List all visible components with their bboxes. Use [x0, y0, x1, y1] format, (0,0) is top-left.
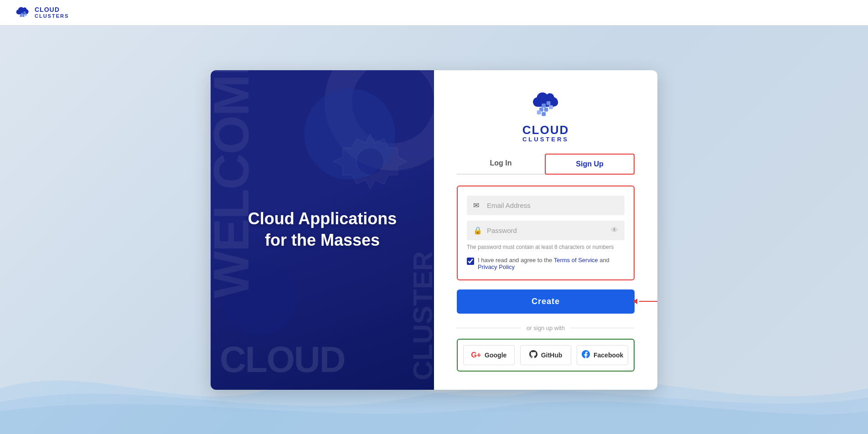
left-panel: WELCOME CLOUD CLUSTER Cloud Applications…: [211, 70, 434, 390]
or-divider: or sign up with: [457, 325, 635, 331]
logo-cloud-icon: [527, 88, 564, 120]
create-button-wrapper: Create: [457, 289, 635, 314]
navbar-cloud-icon: [15, 5, 31, 21]
arrow-line: [639, 301, 657, 302]
google-label: Google: [485, 351, 506, 359]
right-panel: CLOUD CLUSTERS Log In Sign Up ✉ 🔒: [434, 70, 657, 390]
arrow-indicator: [633, 299, 657, 304]
or-text: or sign up with: [527, 325, 565, 331]
divider-line-left: [457, 328, 521, 328]
navbar-brand-clusters: CLUSTERS: [35, 13, 69, 19]
svg-rect-11: [537, 110, 541, 114]
svg-rect-1: [24, 11, 26, 14]
lock-icon: 🔒: [473, 226, 482, 235]
main-content: WELCOME CLOUD CLUSTER Cloud Applications…: [0, 26, 868, 434]
social-buttons: G+ Google GitHub: [457, 339, 635, 372]
arrow-head: [633, 299, 637, 304]
svg-rect-7: [547, 101, 551, 105]
navbar-brand-cloud: CLOUD: [35, 6, 69, 13]
github-icon: [529, 350, 537, 360]
logo-text-cloud: CLOUD: [522, 124, 569, 136]
left-panel-title: Cloud Applications for the Masses: [248, 208, 397, 251]
left-panel-content: Cloud Applications for the Masses: [230, 190, 415, 269]
svg-rect-0: [21, 13, 23, 15]
agree-text: I have read and agree to the Terms of Se…: [478, 257, 610, 270]
svg-rect-12: [542, 112, 546, 116]
password-hint: The password must contain at least 8 cha…: [467, 244, 625, 250]
card-container: WELCOME CLOUD CLUSTER Cloud Applications…: [211, 70, 657, 390]
create-button[interactable]: Create: [457, 289, 635, 314]
logo-text-clusters: CLUSTERS: [522, 136, 569, 143]
google-icon: G+: [471, 351, 481, 359]
password-field[interactable]: [487, 227, 606, 234]
agree-checkbox[interactable]: [467, 258, 474, 265]
navbar-logo: CLOUD CLUSTERS: [15, 5, 69, 21]
svg-rect-9: [544, 108, 548, 112]
svg-rect-6: [542, 103, 546, 108]
svg-rect-4: [25, 13, 27, 16]
divider-line-right: [570, 328, 635, 328]
eye-icon[interactable]: 👁: [611, 226, 618, 234]
agree-row: I have read and agree to the Terms of Se…: [467, 257, 625, 270]
email-input-group: ✉: [467, 196, 625, 215]
email-icon: ✉: [473, 201, 482, 210]
svg-rect-10: [549, 105, 553, 109]
tab-signup[interactable]: Sign Up: [545, 154, 635, 175]
facebook-label: Facebook: [594, 351, 623, 359]
password-input-group: 🔒 👁: [467, 221, 625, 240]
tab-login[interactable]: Log In: [457, 154, 545, 175]
watermark-cluster: CLUSTER: [407, 251, 434, 380]
github-label: GitHub: [541, 351, 563, 359]
navbar: CLOUD CLUSTERS: [0, 0, 868, 26]
navbar-brand: CLOUD CLUSTERS: [35, 6, 69, 19]
signup-form: ✉ 🔒 👁 The password must contain at least…: [457, 186, 635, 280]
svg-rect-2: [20, 15, 22, 17]
watermark-cloud: CLOUD: [220, 339, 345, 381]
terms-link[interactable]: Terms of Service: [554, 257, 598, 264]
privacy-link[interactable]: Privacy Policy: [478, 264, 515, 270]
facebook-button[interactable]: Facebook: [577, 345, 628, 365]
google-button[interactable]: G+ Google: [463, 345, 515, 365]
svg-point-5: [356, 148, 384, 175]
tabs: Log In Sign Up: [457, 154, 635, 175]
svg-rect-3: [22, 15, 25, 17]
github-button[interactable]: GitHub: [520, 345, 572, 365]
logo-area: CLOUD CLUSTERS: [522, 88, 569, 143]
email-field[interactable]: [487, 202, 618, 209]
facebook-icon: [582, 350, 590, 360]
